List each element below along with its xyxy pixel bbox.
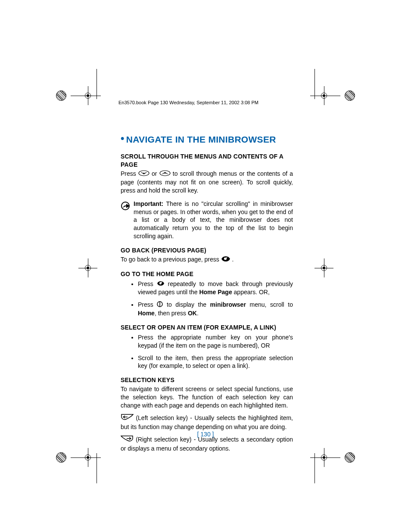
important-note: Important: There is no "circular scrolli… xyxy=(121,200,293,240)
text-bold: Home Page xyxy=(199,289,232,296)
list-item: Press the appropriate number key on your… xyxy=(138,333,293,350)
paragraph: Press or to scroll through menus or the … xyxy=(121,170,293,195)
text: . xyxy=(232,256,234,263)
list: Press repeatedly to move back through pr… xyxy=(121,280,293,317)
paragraph: To go back to a previous page, press . xyxy=(121,255,293,264)
text-bold: minibrowser xyxy=(210,301,246,308)
list: Press the appropriate number key on your… xyxy=(121,333,293,370)
text: Press xyxy=(121,170,138,177)
list-item: Press repeatedly to move back through pr… xyxy=(138,280,293,297)
text-bold: Home xyxy=(138,310,155,317)
heading-home: GO TO THE HOME PAGE xyxy=(121,270,293,278)
text: (Left selection key) - Usually selects t… xyxy=(121,414,293,430)
important-text: Important: There is no "circular scrolli… xyxy=(134,200,293,240)
text: . xyxy=(197,310,199,317)
text: Press xyxy=(138,280,157,287)
text: menu, scroll to xyxy=(246,301,293,308)
heading-selection-keys: SELECTION KEYS xyxy=(121,376,293,384)
text: or xyxy=(152,170,159,177)
end-key-icon xyxy=(221,256,230,264)
bullet-icon: • xyxy=(121,132,126,144)
paragraph: (Left selection key) - Usually selects t… xyxy=(121,414,293,431)
text: to display the xyxy=(167,301,210,308)
text: appears. OR, xyxy=(232,289,270,296)
text: (Right selection key) - Usually selects … xyxy=(121,436,293,452)
list-item: Scroll to the item, then press the appro… xyxy=(138,354,293,370)
heading-go-back: GO BACK (PREVIOUS PAGE) xyxy=(121,246,293,255)
left-selection-key-icon xyxy=(121,414,134,423)
text-bold: OK xyxy=(188,310,197,317)
list-item: Press to display the minibrowser menu, s… xyxy=(138,301,293,317)
section-title: •NAVIGATE IN THE MINIBROWSER xyxy=(121,134,293,146)
heading-scroll: SCROLL THROUGH THE MENUS AND CONTENTS OF… xyxy=(121,152,293,169)
paragraph: (Right selection key) - Usually selects … xyxy=(121,436,293,453)
scroll-down-icon xyxy=(138,170,149,178)
page-content: •NAVIGATE IN THE MINIBROWSER SCROLL THRO… xyxy=(121,134,293,455)
heading-select-item: SELECT OR OPEN AN ITEM (FOR EXAMPLE, A L… xyxy=(121,324,293,332)
text: To go back to a previous page, press xyxy=(121,256,221,263)
menu-key-icon xyxy=(157,301,163,309)
running-header: En3570.book Page 130 Wednesday, Septembe… xyxy=(118,100,258,105)
svg-point-3 xyxy=(164,173,165,174)
important-label: Important: xyxy=(134,200,163,207)
section-title-text: NAVIGATE IN THE MINIBROWSER xyxy=(126,134,276,144)
end-key-icon xyxy=(157,280,165,288)
scroll-up-icon xyxy=(159,170,171,178)
page-number: [ 130 ] xyxy=(0,431,411,438)
important-icon xyxy=(121,200,134,213)
text: Press xyxy=(138,301,157,308)
text: , then press xyxy=(155,310,188,317)
paragraph: To navigate to different screens or sele… xyxy=(121,385,293,410)
svg-point-1 xyxy=(143,173,145,174)
